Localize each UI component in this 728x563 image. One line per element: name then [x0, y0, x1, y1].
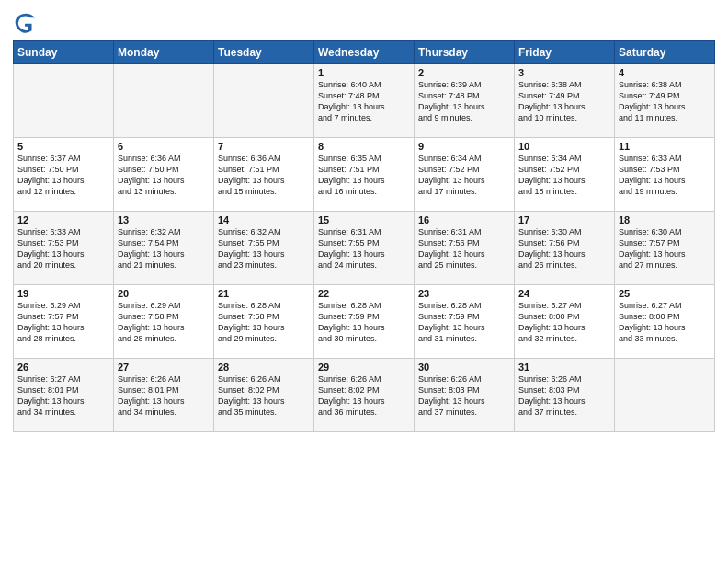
day-number: 24: [518, 288, 610, 299]
week-row-3: 12Sunrise: 6:33 AM Sunset: 7:53 PM Dayli…: [14, 212, 715, 285]
day-info: Sunrise: 6:33 AM Sunset: 7:53 PM Dayligh…: [619, 153, 711, 198]
day-info: Sunrise: 6:26 AM Sunset: 8:03 PM Dayligh…: [518, 373, 610, 419]
day-number: 3: [518, 67, 610, 78]
day-number: 16: [418, 214, 510, 225]
day-info: Sunrise: 6:27 AM Sunset: 8:00 PM Dayligh…: [518, 300, 610, 345]
header-cell-monday: Monday: [114, 41, 214, 64]
week-row-4: 19Sunrise: 6:29 AM Sunset: 7:57 PM Dayli…: [14, 285, 715, 359]
day-cell: 9Sunrise: 6:34 AM Sunset: 7:52 PM Daylig…: [415, 138, 515, 212]
day-info: Sunrise: 6:31 AM Sunset: 7:56 PM Dayligh…: [418, 226, 510, 271]
day-info: Sunrise: 6:34 AM Sunset: 7:52 PM Dayligh…: [518, 153, 610, 198]
header: [13, 9, 715, 35]
day-cell: 7Sunrise: 6:36 AM Sunset: 7:51 PM Daylig…: [214, 138, 314, 212]
day-cell: 10Sunrise: 6:34 AM Sunset: 7:52 PM Dayli…: [515, 138, 615, 212]
day-cell: 26Sunrise: 6:27 AM Sunset: 8:01 PM Dayli…: [14, 359, 114, 432]
day-number: 9: [418, 141, 510, 152]
day-number: 5: [17, 141, 109, 152]
day-number: 27: [118, 362, 210, 373]
day-info: Sunrise: 6:31 AM Sunset: 7:55 PM Dayligh…: [318, 226, 410, 271]
calendar-table: SundayMondayTuesdayWednesdayThursdayFrid…: [13, 40, 715, 432]
day-cell: 5Sunrise: 6:37 AM Sunset: 7:50 PM Daylig…: [14, 138, 114, 212]
day-info: Sunrise: 6:28 AM Sunset: 7:58 PM Dayligh…: [218, 300, 310, 345]
day-number: 15: [318, 214, 410, 225]
day-info: Sunrise: 6:26 AM Sunset: 8:02 PM Dayligh…: [318, 373, 410, 419]
day-info: Sunrise: 6:32 AM Sunset: 7:54 PM Dayligh…: [118, 226, 210, 271]
day-info: Sunrise: 6:40 AM Sunset: 7:48 PM Dayligh…: [318, 79, 410, 124]
day-cell: [14, 64, 114, 138]
day-info: Sunrise: 6:38 AM Sunset: 7:49 PM Dayligh…: [518, 79, 610, 124]
day-info: Sunrise: 6:39 AM Sunset: 7:48 PM Dayligh…: [418, 79, 510, 124]
day-cell: 8Sunrise: 6:35 AM Sunset: 7:51 PM Daylig…: [314, 138, 415, 212]
day-number: 11: [619, 141, 711, 152]
header-cell-sunday: Sunday: [14, 41, 114, 64]
day-cell: [615, 359, 715, 432]
day-number: 18: [619, 214, 711, 225]
day-cell: 27Sunrise: 6:26 AM Sunset: 8:01 PM Dayli…: [114, 359, 214, 432]
day-info: Sunrise: 6:33 AM Sunset: 7:53 PM Dayligh…: [17, 226, 109, 271]
day-number: 1: [318, 67, 410, 78]
day-cell: 12Sunrise: 6:33 AM Sunset: 7:53 PM Dayli…: [14, 212, 114, 285]
page: SundayMondayTuesdayWednesdayThursdayFrid…: [0, 0, 728, 563]
day-info: Sunrise: 6:36 AM Sunset: 7:51 PM Dayligh…: [218, 153, 310, 198]
day-number: 20: [118, 288, 210, 299]
day-info: Sunrise: 6:26 AM Sunset: 8:02 PM Dayligh…: [218, 373, 310, 419]
day-cell: 11Sunrise: 6:33 AM Sunset: 7:53 PM Dayli…: [615, 138, 715, 212]
header-cell-friday: Friday: [515, 41, 615, 64]
day-cell: [114, 64, 214, 138]
day-cell: 18Sunrise: 6:30 AM Sunset: 7:57 PM Dayli…: [615, 212, 715, 285]
day-number: 22: [318, 288, 410, 299]
week-row-2: 5Sunrise: 6:37 AM Sunset: 7:50 PM Daylig…: [14, 138, 715, 212]
day-number: 7: [218, 141, 310, 152]
day-number: 12: [17, 214, 109, 225]
day-info: Sunrise: 6:27 AM Sunset: 8:01 PM Dayligh…: [17, 373, 109, 419]
day-number: 14: [218, 214, 310, 225]
day-number: 6: [118, 141, 210, 152]
day-number: 4: [619, 67, 711, 78]
day-cell: 2Sunrise: 6:39 AM Sunset: 7:48 PM Daylig…: [415, 64, 515, 138]
day-cell: 20Sunrise: 6:29 AM Sunset: 7:58 PM Dayli…: [114, 285, 214, 359]
day-cell: 6Sunrise: 6:36 AM Sunset: 7:50 PM Daylig…: [114, 138, 214, 212]
day-cell: 1Sunrise: 6:40 AM Sunset: 7:48 PM Daylig…: [314, 64, 415, 138]
day-cell: [214, 64, 314, 138]
day-info: Sunrise: 6:29 AM Sunset: 7:57 PM Dayligh…: [17, 300, 109, 345]
day-info: Sunrise: 6:28 AM Sunset: 7:59 PM Dayligh…: [418, 300, 510, 345]
header-cell-saturday: Saturday: [615, 41, 715, 64]
day-number: 26: [17, 362, 109, 373]
header-cell-tuesday: Tuesday: [214, 41, 314, 64]
day-number: 10: [518, 141, 610, 152]
day-number: 17: [518, 214, 610, 225]
day-info: Sunrise: 6:26 AM Sunset: 8:03 PM Dayligh…: [418, 373, 510, 419]
day-number: 19: [17, 288, 109, 299]
day-number: 31: [518, 362, 610, 373]
day-cell: 15Sunrise: 6:31 AM Sunset: 7:55 PM Dayli…: [314, 212, 415, 285]
day-cell: 17Sunrise: 6:30 AM Sunset: 7:56 PM Dayli…: [515, 212, 615, 285]
day-number: 2: [418, 67, 510, 78]
day-cell: 21Sunrise: 6:28 AM Sunset: 7:58 PM Dayli…: [214, 285, 314, 359]
day-number: 23: [418, 288, 510, 299]
day-number: 28: [218, 362, 310, 373]
day-info: Sunrise: 6:35 AM Sunset: 7:51 PM Dayligh…: [318, 153, 410, 198]
day-cell: 14Sunrise: 6:32 AM Sunset: 7:55 PM Dayli…: [214, 212, 314, 285]
day-cell: 3Sunrise: 6:38 AM Sunset: 7:49 PM Daylig…: [515, 64, 615, 138]
day-info: Sunrise: 6:26 AM Sunset: 8:01 PM Dayligh…: [118, 373, 210, 419]
day-number: 8: [318, 141, 410, 152]
header-row: SundayMondayTuesdayWednesdayThursdayFrid…: [14, 41, 715, 64]
day-cell: 4Sunrise: 6:38 AM Sunset: 7:49 PM Daylig…: [615, 64, 715, 138]
day-cell: 30Sunrise: 6:26 AM Sunset: 8:03 PM Dayli…: [415, 359, 515, 432]
header-cell-thursday: Thursday: [415, 41, 515, 64]
day-number: 30: [418, 362, 510, 373]
day-cell: 16Sunrise: 6:31 AM Sunset: 7:56 PM Dayli…: [415, 212, 515, 285]
day-cell: 24Sunrise: 6:27 AM Sunset: 8:00 PM Dayli…: [515, 285, 615, 359]
logo-icon: [13, 9, 39, 35]
day-cell: 28Sunrise: 6:26 AM Sunset: 8:02 PM Dayli…: [214, 359, 314, 432]
day-number: 25: [619, 288, 711, 299]
day-info: Sunrise: 6:27 AM Sunset: 8:00 PM Dayligh…: [619, 300, 711, 345]
day-cell: 29Sunrise: 6:26 AM Sunset: 8:02 PM Dayli…: [314, 359, 415, 432]
day-number: 21: [218, 288, 310, 299]
day-info: Sunrise: 6:34 AM Sunset: 7:52 PM Dayligh…: [418, 153, 510, 198]
day-info: Sunrise: 6:36 AM Sunset: 7:50 PM Dayligh…: [118, 153, 210, 198]
calendar-header: SundayMondayTuesdayWednesdayThursdayFrid…: [14, 41, 715, 64]
day-number: 13: [118, 214, 210, 225]
logo: [13, 9, 42, 35]
header-cell-wednesday: Wednesday: [314, 41, 415, 64]
